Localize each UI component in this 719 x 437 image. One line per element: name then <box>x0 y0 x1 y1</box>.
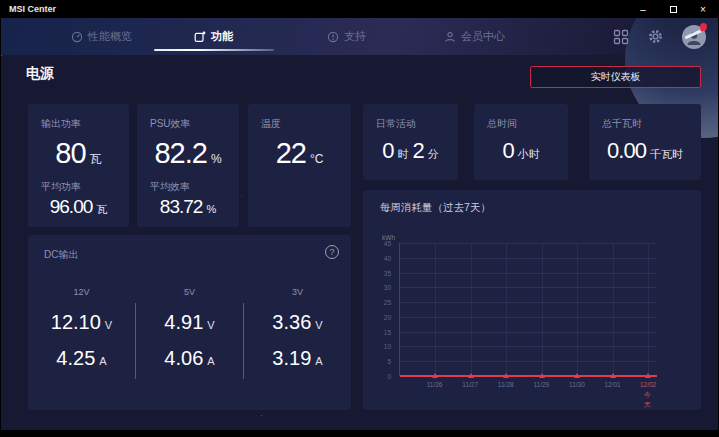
help-icon[interactable]: ? <box>325 245 339 259</box>
dc-rail-5v: 5V 4.91V 4.06A <box>136 287 243 383</box>
title-bar: MSI Center – × <box>1 0 718 18</box>
temperature-value: 22°C <box>248 137 351 170</box>
dc-output-card: DC输出 ? 12V 12.10V 4.25A 5V 4.91V 4.06A 3… <box>28 235 351 410</box>
temperature-label: 温度 <box>261 117 281 131</box>
notification-dot <box>700 23 707 30</box>
nav-bar: 性能概览 功能 支持 会员中心 <box>1 18 718 55</box>
chart-gridline-v <box>577 243 578 376</box>
chart-today-label: 今天 <box>644 390 653 410</box>
user-avatar[interactable] <box>682 25 706 49</box>
rail-voltage: 12.10V <box>28 311 135 334</box>
chart-x-tick: 11/30 <box>569 381 585 388</box>
chart-title: 每周消耗量（过去7天） <box>380 201 491 215</box>
minimize-button[interactable]: – <box>628 0 658 18</box>
chart-y-tick: 35 <box>384 269 391 276</box>
daily-activity-label: 日常活动 <box>376 117 416 131</box>
chart-y-tick: 15 <box>384 328 391 335</box>
close-button[interactable]: × <box>688 0 718 18</box>
output-power-value: 80瓦 <box>28 137 129 170</box>
chart-gridline-v <box>613 243 614 376</box>
tab-support[interactable]: 支持 <box>327 18 366 55</box>
apps-grid-icon[interactable] <box>613 29 629 45</box>
psu-efficiency-card: PSU效率 82.2% 平均效率 83.72% <box>137 104 239 227</box>
rail-name: 12V <box>28 287 135 297</box>
total-time-value: 0小时 <box>474 138 568 164</box>
page-title: 电源 <box>26 65 54 83</box>
chart-gridline-h <box>400 302 657 303</box>
chart-y-tick: 30 <box>384 284 391 291</box>
starfield-decoration <box>1 55 2 56</box>
chart-gridline-h <box>400 346 657 347</box>
total-kwh-card: 总千瓦时 0.00千瓦时 <box>589 104 701 180</box>
maximize-button[interactable] <box>658 0 688 18</box>
avg-efficiency-value: 83.72% <box>137 196 239 218</box>
rail-voltage: 4.91V <box>136 311 243 334</box>
user-icon <box>444 31 456 43</box>
tab-member-center[interactable]: 会员中心 <box>444 18 505 55</box>
chart-x-tick: 11/28 <box>498 381 514 388</box>
dc-output-label: DC输出 <box>44 248 78 262</box>
temperature-card: 温度 22°C <box>248 104 351 227</box>
chart-x-tick: 11/29 <box>533 381 549 388</box>
chart-y-tick: 20 <box>384 313 391 320</box>
settings-gear-icon[interactable] <box>647 28 664 45</box>
rail-current: 4.06A <box>136 347 243 370</box>
chart-gridline-h <box>400 332 657 333</box>
rail-name: 3V <box>244 287 351 297</box>
chart-x-tick: 12/02 <box>640 381 656 388</box>
chart-y-tick: 25 <box>384 299 391 306</box>
chart-gridline-h <box>400 287 657 288</box>
dc-rail-12v: 12V 12.10V 4.25A <box>28 287 135 383</box>
rail-current: 3.19A <box>244 347 351 370</box>
chart-gridline-v <box>435 243 436 376</box>
chart-y-tick: 10 <box>384 343 391 350</box>
chart-y-tick: 40 <box>384 254 391 261</box>
chart-gridline-v <box>648 243 649 376</box>
chart-gridline-h <box>400 243 657 244</box>
msi-center-window: MSI Center – × 性能概览 功能 支持 会员中心 <box>0 0 719 437</box>
daily-activity-value: 0时 2分 <box>363 138 458 164</box>
tab-features[interactable]: 功能 <box>194 18 233 55</box>
daily-activity-card: 日常活动 0时 2分 <box>363 104 458 180</box>
gauge-icon <box>71 31 83 43</box>
maximize-icon <box>670 6 677 13</box>
features-icon <box>194 31 206 43</box>
chart-plot <box>399 243 657 376</box>
chart-y-tick: 0 <box>387 373 391 380</box>
tab-label: 支持 <box>344 29 366 44</box>
avg-power-value: 96.00瓦 <box>28 196 129 218</box>
total-kwh-value: 0.00千瓦时 <box>589 138 701 164</box>
chart-gridline-v <box>471 243 472 376</box>
app-title: MSI Center <box>9 4 56 14</box>
chart-y-tick: 45 <box>384 240 391 247</box>
chart-gridline-h <box>400 273 657 274</box>
chart-x-tick: 12/01 <box>604 381 620 388</box>
chart-gridline-h <box>400 258 657 259</box>
tab-label: 性能概览 <box>88 29 132 44</box>
rail-current: 4.25A <box>28 347 135 370</box>
main-content: 电源 实时仪表板 输出功率 80瓦 平均功率 96.00瓦 PSU效率 82.2… <box>1 55 718 430</box>
chart-y-tick: 5 <box>387 358 391 365</box>
total-time-label: 总时间 <box>487 117 517 131</box>
chart-y-axis: 051015202530354045 <box>363 243 394 376</box>
chart-x-tick: 11/27 <box>462 381 478 388</box>
bottom-border <box>1 430 718 437</box>
avg-power-label: 平均功率 <box>41 180 81 194</box>
chart-gridline-v <box>506 243 507 376</box>
psu-efficiency-label: PSU效率 <box>150 117 191 131</box>
chart-gridline-v <box>542 243 543 376</box>
total-time-card: 总时间 0小时 <box>474 104 568 180</box>
output-power-card: 输出功率 80瓦 平均功率 96.00瓦 <box>28 104 129 227</box>
tab-label: 功能 <box>211 29 233 44</box>
total-kwh-label: 总千瓦时 <box>602 117 642 131</box>
realtime-dashboard-button[interactable]: 实时仪表板 <box>530 66 701 88</box>
window-controls: – × <box>628 0 718 18</box>
support-icon <box>327 31 339 43</box>
chart-x-axis: 11/2611/2711/2811/2911/3012/0112/02今天 <box>399 378 657 404</box>
rail-voltage: 3.36V <box>244 311 351 334</box>
tab-performance-overview[interactable]: 性能概览 <box>71 18 132 55</box>
output-power-label: 输出功率 <box>41 117 81 131</box>
psu-efficiency-value: 82.2% <box>137 137 239 170</box>
chart-series-line <box>400 375 657 377</box>
chart-gridline-h <box>400 317 657 318</box>
